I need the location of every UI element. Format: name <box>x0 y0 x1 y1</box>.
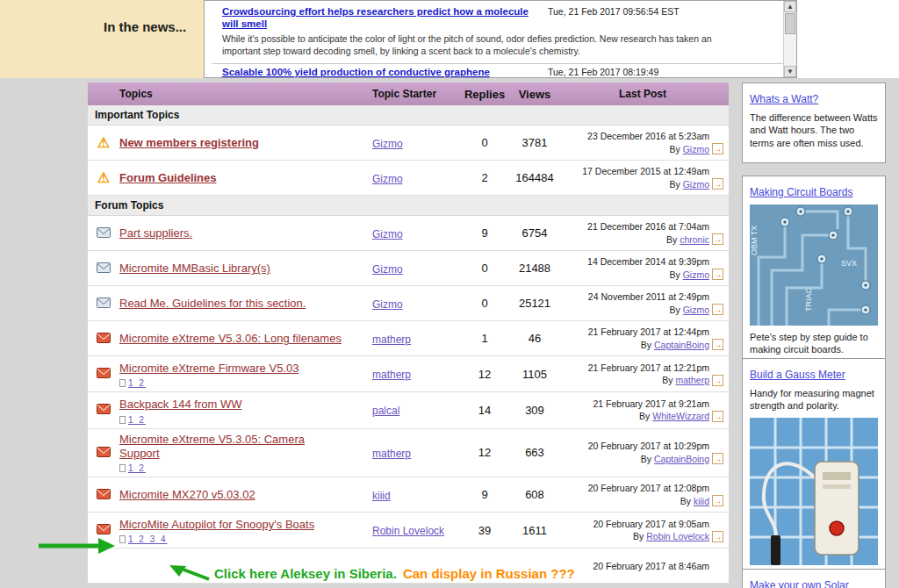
topic-pages[interactable]: 1 2 <box>119 415 365 425</box>
section-forum-topics: Forum Topics <box>88 196 729 216</box>
topic-pages[interactable]: 1 2 <box>119 463 365 473</box>
page-number-links[interactable]: 1 2 <box>128 463 146 473</box>
last-poster-link[interactable]: Gizmo <box>683 144 709 154</box>
goto-last-post-icon[interactable]: → <box>712 339 723 350</box>
topic-link[interactable]: Micromite eXtreme V5.3.06: Long filename… <box>119 332 342 345</box>
table-row: Micromite eXtreme V5.3.06: Long filename… <box>88 321 729 356</box>
topic-link[interactable]: New members registering <box>119 136 259 149</box>
section-important-topics: Important Topics <box>88 105 729 125</box>
sidebar-link-circuit-boards[interactable]: Making Circuit Boards <box>750 186 852 198</box>
news-date: Tue, 21 Feb 2017 08:19:49 <box>548 67 680 78</box>
topic-pages[interactable]: 1 2 <box>119 378 365 388</box>
by-label: By <box>633 531 644 541</box>
last-post-date: 14 December 2014 at 9:39pm <box>562 256 723 267</box>
last-poster-link[interactable]: Robin Lovelock <box>646 531 709 541</box>
scrollbar-thumb[interactable] <box>785 13 795 34</box>
last-poster-link[interactable]: CaptainBoing <box>654 454 709 464</box>
last-poster-link[interactable]: Gizmo <box>683 305 709 315</box>
news-scrollbar[interactable]: ▲ ▼ <box>783 1 796 77</box>
goto-last-post-icon[interactable]: → <box>712 304 723 315</box>
replies-count: 0 <box>462 262 507 275</box>
last-poster-link[interactable]: WhiteWizzard <box>652 411 709 421</box>
news-headline-link[interactable]: Crowdsourcing effort helps researchers p… <box>222 6 534 30</box>
topic-starter-link[interactable]: matherp <box>372 333 411 346</box>
sidebar-link-solar-panels[interactable]: Make your own Solar Panels <box>750 579 849 588</box>
replies-count: 0 <box>462 297 507 310</box>
news-headline-link[interactable]: Scalable 100% yield production of conduc… <box>222 67 534 78</box>
replies-count: 2 <box>462 171 507 184</box>
last-poster-link[interactable]: Gizmo <box>683 269 709 280</box>
last-post-cell: 21 December 2016 at 7:04am By chronic → <box>562 221 729 245</box>
gauss-meter-image <box>750 418 878 565</box>
goto-last-post-icon[interactable]: → <box>712 269 723 280</box>
scroll-down-icon[interactable]: ▼ <box>784 66 796 77</box>
views-count: 1611 <box>507 524 562 537</box>
mail-topic-icon <box>97 261 111 276</box>
goto-last-post-icon[interactable]: → <box>712 453 723 464</box>
topic-starter-link[interactable]: matherp <box>372 448 411 460</box>
page-number-links[interactable]: 1 2 <box>128 378 146 388</box>
topic-starter-link[interactable]: Gizmo <box>372 138 403 150</box>
goto-last-post-icon[interactable]: → <box>712 375 723 386</box>
topic-link[interactable]: Micromite MMBasic Library(s) <box>119 262 270 275</box>
topic-starter-link[interactable]: Gizmo <box>372 173 403 185</box>
topic-link[interactable]: Read Me. Guidelines for this section. <box>119 297 306 310</box>
replies-count: 0 <box>462 136 507 149</box>
circuit-board-image: OBM TX TRIAC SVX <box>750 204 878 326</box>
views-count: 3781 <box>507 136 562 149</box>
last-post-cell: 21 February 2017 at 12:21pm By matherp → <box>562 362 729 386</box>
goto-last-post-icon[interactable]: → <box>712 531 723 542</box>
topic-starter-link[interactable]: palcal <box>372 405 399 417</box>
news-item: Scalable 100% yield production of conduc… <box>205 64 796 78</box>
topic-link[interactable]: MicroMite Autopilot for Snoopy's Boats <box>119 518 314 531</box>
goto-last-post-icon[interactable]: → <box>712 411 723 422</box>
page-number-links[interactable]: 1 2 <box>128 415 146 425</box>
topic-link[interactable]: Micromite eXtreme V5.3.05: Camera Suppor… <box>119 433 328 462</box>
topic-starter-link[interactable]: Gizmo <box>372 263 403 276</box>
views-count: 46 <box>507 332 562 345</box>
mail-topic-icon <box>97 296 111 311</box>
last-poster-link[interactable]: Gizmo <box>683 179 709 190</box>
last-poster-link[interactable]: matherp <box>675 375 709 385</box>
replies-count: 1 <box>462 332 507 345</box>
topic-starter-link[interactable]: Robin Lovelock <box>372 525 444 537</box>
sidebar-link-whats-a-watt[interactable]: Whats a Watt? <box>750 93 818 105</box>
table-row: Micromite eXtreme Firmware V5.03 1 2 mat… <box>88 356 729 392</box>
page-icon <box>119 416 126 424</box>
goto-last-post-icon[interactable]: → <box>712 233 723 245</box>
topic-pages[interactable]: 1 2 3 4 <box>119 534 365 544</box>
topic-starter-link[interactable]: kiiid <box>372 490 391 502</box>
annotation-green-text: Click here Aleksey in Siberia. <box>214 566 397 581</box>
topic-link[interactable]: Micromite MX270 v5.03.02 <box>119 488 255 501</box>
last-poster-link[interactable]: chronic <box>680 234 709 245</box>
last-poster-link[interactable]: kiiid <box>694 496 709 506</box>
table-header-row: Topics Topic Starter Replies Views Last … <box>88 82 729 105</box>
sidebar-box-solar-panels: Make your own Solar Panels <box>742 569 886 588</box>
last-post-date: 20 February 2017 at 10:29pm <box>562 441 723 451</box>
by-label: By <box>639 411 650 421</box>
hot-topic-icon <box>97 366 111 381</box>
topic-starter-link[interactable]: matherp <box>372 369 411 381</box>
topic-starter-link[interactable]: Gizmo <box>372 228 403 240</box>
goto-last-post-icon[interactable]: → <box>712 495 723 506</box>
scroll-up-icon[interactable]: ▲ <box>784 1 796 12</box>
last-post-date: 21 February 2017 at 12:44pm <box>562 326 723 337</box>
goto-last-post-icon[interactable]: → <box>712 178 723 190</box>
page-number-links[interactable]: 1 2 3 4 <box>128 534 168 544</box>
topic-starter-link[interactable]: Gizmo <box>372 298 403 311</box>
replies-count: 9 <box>462 488 507 501</box>
topic-link[interactable]: Part suppliers. <box>119 226 192 240</box>
news-box: Crowdsourcing effort helps researchers p… <box>204 0 797 78</box>
topic-link[interactable]: Backpack 144 from WW <box>119 398 241 411</box>
topic-link[interactable]: Forum Guidelines <box>119 171 217 184</box>
table-row: Micromite MX270 v5.03.02 kiiid 9 608 20 … <box>88 477 729 513</box>
sidebar-link-gauss-meter[interactable]: Build a Gauss Meter <box>750 369 845 381</box>
scrollbar-track[interactable] <box>784 35 796 66</box>
table-row: Micromite eXtreme V5.3.05: Camera Suppor… <box>88 429 729 478</box>
goto-last-post-icon[interactable]: → <box>712 143 723 154</box>
topic-link[interactable]: Micromite eXtreme Firmware V5.03 <box>119 362 298 375</box>
table-row: Backpack 144 from WW 1 2 palcal 14 309 2… <box>88 392 729 428</box>
last-poster-link[interactable]: CaptainBoing <box>654 340 709 350</box>
sidebar-text: The difference between Watts and Watt ho… <box>750 111 878 149</box>
warning-icon: ⚠ <box>97 170 110 185</box>
